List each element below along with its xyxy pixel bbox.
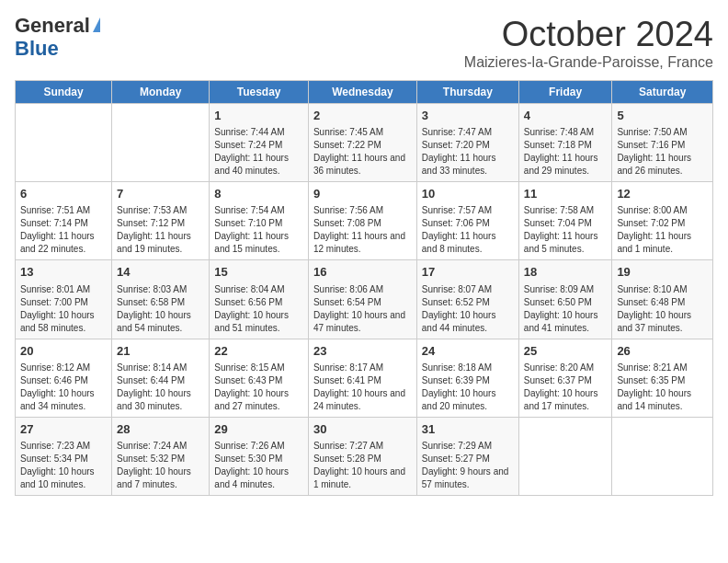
calendar-cell: 22Sunrise: 8:15 AM Sunset: 6:43 PM Dayli…: [210, 339, 309, 417]
day-header-monday: Monday: [112, 81, 210, 104]
page-header: General Blue October 2024 Maizieres-la-G…: [15, 15, 713, 71]
logo-general: General: [15, 15, 90, 37]
calendar-cell: 14Sunrise: 8:03 AM Sunset: 6:58 PM Dayli…: [112, 260, 210, 339]
day-info: Sunrise: 7:51 AM Sunset: 7:14 PM Dayligh…: [20, 204, 107, 256]
calendar-cell: 31Sunrise: 7:29 AM Sunset: 5:27 PM Dayli…: [416, 417, 518, 495]
day-info: Sunrise: 7:29 AM Sunset: 5:27 PM Dayligh…: [422, 440, 514, 491]
day-info: Sunrise: 8:21 AM Sunset: 6:35 PM Dayligh…: [617, 362, 708, 413]
calendar-cell: 4Sunrise: 7:48 AM Sunset: 7:18 PM Daylig…: [518, 104, 612, 182]
week-row-1: 1Sunrise: 7:44 AM Sunset: 7:24 PM Daylig…: [16, 104, 713, 182]
week-row-4: 20Sunrise: 8:12 AM Sunset: 6:46 PM Dayli…: [16, 339, 713, 417]
calendar-cell: 7Sunrise: 7:53 AM Sunset: 7:12 PM Daylig…: [112, 182, 210, 260]
day-number: 18: [524, 264, 608, 281]
day-header-friday: Friday: [518, 81, 612, 104]
calendar-cell: [518, 417, 612, 495]
day-number: 19: [617, 264, 708, 281]
day-info: Sunrise: 7:58 AM Sunset: 7:04 PM Dayligh…: [524, 204, 608, 256]
calendar-cell: 30Sunrise: 7:27 AM Sunset: 5:28 PM Dayli…: [308, 417, 416, 495]
calendar-cell: 28Sunrise: 7:24 AM Sunset: 5:32 PM Dayli…: [112, 417, 210, 495]
calendar-cell: 13Sunrise: 8:01 AM Sunset: 7:00 PM Dayli…: [16, 260, 112, 339]
day-info: Sunrise: 8:14 AM Sunset: 6:44 PM Dayligh…: [117, 362, 204, 413]
calendar-cell: 19Sunrise: 8:10 AM Sunset: 6:48 PM Dayli…: [612, 260, 713, 339]
day-number: 9: [313, 186, 412, 202]
logo-blue: Blue: [15, 37, 59, 61]
calendar-cell: 1Sunrise: 7:44 AM Sunset: 7:24 PM Daylig…: [210, 104, 309, 182]
location-title: Maizieres-la-Grande-Paroisse, France: [464, 54, 713, 71]
day-number: 23: [313, 343, 412, 360]
day-number: 5: [617, 108, 708, 124]
calendar-cell: [612, 417, 713, 495]
calendar-cell: 12Sunrise: 8:00 AM Sunset: 7:02 PM Dayli…: [612, 182, 713, 260]
calendar-table: SundayMondayTuesdayWednesdayThursdayFrid…: [15, 80, 713, 496]
day-number: 16: [313, 264, 412, 281]
day-number: 12: [617, 186, 708, 202]
day-number: 3: [422, 108, 514, 124]
day-number: 21: [117, 343, 204, 360]
calendar-cell: 3Sunrise: 7:47 AM Sunset: 7:20 PM Daylig…: [416, 104, 518, 182]
day-number: 29: [214, 421, 303, 438]
day-info: Sunrise: 7:48 AM Sunset: 7:18 PM Dayligh…: [524, 126, 608, 178]
calendar-cell: 6Sunrise: 7:51 AM Sunset: 7:14 PM Daylig…: [16, 182, 112, 260]
day-info: Sunrise: 7:47 AM Sunset: 7:20 PM Dayligh…: [422, 126, 514, 178]
day-number: 30: [313, 421, 412, 438]
day-info: Sunrise: 8:15 AM Sunset: 6:43 PM Dayligh…: [214, 362, 303, 413]
day-info: Sunrise: 8:09 AM Sunset: 6:50 PM Dayligh…: [524, 283, 608, 335]
day-info: Sunrise: 8:17 AM Sunset: 6:41 PM Dayligh…: [313, 362, 412, 413]
day-number: 17: [422, 264, 514, 281]
day-number: 28: [117, 421, 204, 438]
calendar-cell: 2Sunrise: 7:45 AM Sunset: 7:22 PM Daylig…: [308, 104, 416, 182]
month-title: October 2024: [464, 15, 713, 54]
day-number: 6: [20, 186, 107, 202]
calendar-cell: 9Sunrise: 7:56 AM Sunset: 7:08 PM Daylig…: [308, 182, 416, 260]
calendar-cell: [16, 104, 112, 182]
calendar-cell: 8Sunrise: 7:54 AM Sunset: 7:10 PM Daylig…: [210, 182, 309, 260]
days-header-row: SundayMondayTuesdayWednesdayThursdayFrid…: [16, 81, 713, 104]
day-number: 15: [214, 264, 303, 281]
day-number: 1: [214, 108, 303, 124]
day-number: 2: [313, 108, 412, 124]
calendar-cell: 17Sunrise: 8:07 AM Sunset: 6:52 PM Dayli…: [416, 260, 518, 339]
day-info: Sunrise: 8:07 AM Sunset: 6:52 PM Dayligh…: [422, 283, 514, 335]
calendar-cell: 18Sunrise: 8:09 AM Sunset: 6:50 PM Dayli…: [518, 260, 612, 339]
day-info: Sunrise: 8:18 AM Sunset: 6:39 PM Dayligh…: [422, 362, 514, 413]
day-info: Sunrise: 7:53 AM Sunset: 7:12 PM Dayligh…: [117, 204, 204, 256]
day-info: Sunrise: 8:04 AM Sunset: 6:56 PM Dayligh…: [214, 283, 303, 335]
day-info: Sunrise: 8:10 AM Sunset: 6:48 PM Dayligh…: [617, 283, 708, 335]
day-info: Sunrise: 7:24 AM Sunset: 5:32 PM Dayligh…: [117, 440, 204, 491]
day-info: Sunrise: 8:03 AM Sunset: 6:58 PM Dayligh…: [117, 283, 204, 335]
day-info: Sunrise: 7:57 AM Sunset: 7:06 PM Dayligh…: [422, 204, 514, 256]
day-info: Sunrise: 7:56 AM Sunset: 7:08 PM Dayligh…: [313, 204, 412, 256]
day-info: Sunrise: 8:01 AM Sunset: 7:00 PM Dayligh…: [20, 283, 107, 335]
day-number: 26: [617, 343, 708, 360]
calendar-cell: 11Sunrise: 7:58 AM Sunset: 7:04 PM Dayli…: [518, 182, 612, 260]
day-info: Sunrise: 8:12 AM Sunset: 6:46 PM Dayligh…: [20, 362, 107, 413]
day-number: 8: [214, 186, 303, 202]
calendar-cell: 10Sunrise: 7:57 AM Sunset: 7:06 PM Dayli…: [416, 182, 518, 260]
day-number: 24: [422, 343, 514, 360]
day-info: Sunrise: 8:20 AM Sunset: 6:37 PM Dayligh…: [524, 362, 608, 413]
calendar-cell: 21Sunrise: 8:14 AM Sunset: 6:44 PM Dayli…: [112, 339, 210, 417]
logo: General Blue: [15, 15, 100, 61]
day-info: Sunrise: 7:45 AM Sunset: 7:22 PM Dayligh…: [313, 126, 412, 178]
calendar-cell: 20Sunrise: 8:12 AM Sunset: 6:46 PM Dayli…: [16, 339, 112, 417]
day-header-saturday: Saturday: [612, 81, 713, 104]
day-info: Sunrise: 7:26 AM Sunset: 5:30 PM Dayligh…: [214, 440, 303, 491]
day-number: 7: [117, 186, 204, 202]
calendar-cell: 24Sunrise: 8:18 AM Sunset: 6:39 PM Dayli…: [416, 339, 518, 417]
day-number: 22: [214, 343, 303, 360]
week-row-3: 13Sunrise: 8:01 AM Sunset: 7:00 PM Dayli…: [16, 260, 713, 339]
calendar-title-area: October 2024 Maizieres-la-Grande-Paroiss…: [464, 15, 713, 71]
day-number: 11: [524, 186, 608, 202]
day-info: Sunrise: 7:23 AM Sunset: 5:34 PM Dayligh…: [20, 440, 107, 491]
calendar-cell: 26Sunrise: 8:21 AM Sunset: 6:35 PM Dayli…: [612, 339, 713, 417]
calendar-cell: 15Sunrise: 8:04 AM Sunset: 6:56 PM Dayli…: [210, 260, 309, 339]
day-header-wednesday: Wednesday: [308, 81, 416, 104]
day-number: 4: [524, 108, 608, 124]
week-row-2: 6Sunrise: 7:51 AM Sunset: 7:14 PM Daylig…: [16, 182, 713, 260]
day-info: Sunrise: 8:06 AM Sunset: 6:54 PM Dayligh…: [313, 283, 412, 335]
day-number: 27: [20, 421, 107, 438]
day-info: Sunrise: 7:27 AM Sunset: 5:28 PM Dayligh…: [313, 440, 412, 491]
day-info: Sunrise: 7:54 AM Sunset: 7:10 PM Dayligh…: [214, 204, 303, 256]
day-header-sunday: Sunday: [16, 81, 112, 104]
day-number: 20: [20, 343, 107, 360]
